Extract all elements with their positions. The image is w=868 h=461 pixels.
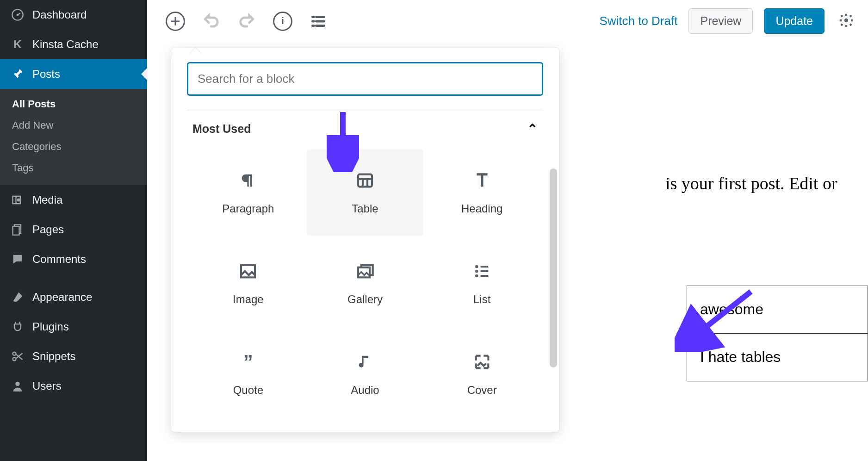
block-item-cover[interactable]: Cover: [423, 331, 540, 417]
k-icon: K: [11, 38, 24, 51]
sidebar-item-label: Plugins: [32, 320, 69, 333]
sidebar-item-label: Kinsta Cache: [32, 38, 99, 51]
table-cell[interactable]: awesome: [687, 286, 868, 334]
paragraph-icon: [237, 170, 259, 191]
user-icon: [11, 380, 24, 392]
sidebar-item-label: Comments: [32, 253, 86, 266]
block-inserter-popover: Most Used ⌃ Paragraph Table: [171, 48, 559, 432]
sidebar-subitem-all-posts[interactable]: All Posts: [0, 93, 147, 115]
block-item-label: Heading: [461, 202, 502, 215]
block-item-label: List: [473, 293, 490, 306]
svg-point-13: [475, 265, 478, 268]
svg-point-3: [17, 199, 20, 202]
editor-content: i Switch to Draft Preview Update is your…: [147, 0, 868, 461]
pages-icon: [11, 223, 24, 236]
sidebar-item-plugins[interactable]: Plugins: [0, 312, 147, 342]
block-search-wrap: [187, 62, 543, 96]
scissors-icon: [11, 350, 24, 363]
admin-sidebar: Dashboard K Kinsta Cache Posts All Posts…: [0, 0, 147, 461]
sidebar-item-label: Media: [32, 193, 62, 206]
svg-point-1: [17, 14, 19, 16]
sidebar-item-kinsta-cache[interactable]: K Kinsta Cache: [0, 30, 147, 59]
update-button[interactable]: Update: [764, 8, 825, 34]
undo-button[interactable]: [201, 11, 221, 31]
post-text-fragment: is your first post. Edit or: [665, 172, 868, 195]
dashboard-icon: [11, 8, 24, 21]
block-item-list[interactable]: List: [423, 240, 540, 326]
sidebar-item-label: Pages: [32, 223, 64, 236]
block-item-gallery[interactable]: Gallery: [307, 240, 424, 326]
svg-point-9: [844, 18, 849, 22]
sidebar-item-comments[interactable]: Comments: [0, 244, 147, 274]
block-grid: Paragraph Table Heading: [187, 150, 543, 428]
add-block-button[interactable]: [166, 12, 185, 31]
sidebar-item-label: Appearance: [32, 291, 92, 304]
block-item-audio[interactable]: Audio: [307, 331, 424, 417]
sidebar-item-posts[interactable]: Posts: [0, 59, 147, 89]
pin-icon: [11, 68, 24, 81]
block-item-image[interactable]: Image: [190, 240, 307, 326]
sidebar-item-label: Dashboard: [32, 8, 87, 21]
post-table[interactable]: awesome I hate tables: [687, 286, 868, 381]
preview-button[interactable]: Preview: [688, 8, 753, 34]
sidebar-item-dashboard[interactable]: Dashboard: [0, 0, 147, 30]
sidebar-item-appearance[interactable]: Appearance: [0, 282, 147, 312]
block-item-label: Image: [233, 293, 264, 306]
table-row: I hate tables: [687, 333, 868, 381]
quote-icon: ”: [237, 351, 259, 373]
chevron-up-icon: ⌃: [527, 121, 538, 137]
list-icon: [471, 261, 493, 282]
sidebar-subitem-add-new[interactable]: Add New: [0, 115, 147, 136]
table-row: awesome: [687, 286, 868, 334]
sidebar-subitem-tags[interactable]: Tags: [0, 157, 147, 179]
svg-rect-5: [13, 226, 19, 235]
svg-point-7: [13, 357, 16, 361]
comment-icon: [11, 253, 24, 266]
sidebar-subitem-categories[interactable]: Categories: [0, 136, 147, 157]
svg-rect-10: [358, 174, 372, 187]
sidebar-item-media[interactable]: Media: [0, 185, 147, 215]
block-item-label: Quote: [233, 384, 263, 397]
block-item-label: Table: [352, 202, 378, 215]
block-item-quote[interactable]: ” Quote: [190, 331, 307, 417]
sidebar-item-snippets[interactable]: Snippets: [0, 342, 147, 371]
table-icon: [354, 170, 376, 191]
redo-button[interactable]: [237, 11, 257, 31]
block-item-label: Gallery: [347, 293, 383, 306]
plug-icon: [11, 320, 24, 333]
sidebar-item-label: Posts: [32, 68, 60, 81]
cover-icon: [471, 351, 493, 373]
editor-toolbar: i Switch to Draft Preview Update: [147, 0, 868, 43]
heading-icon: [471, 170, 493, 191]
outline-button[interactable]: [308, 11, 329, 31]
brush-icon: [11, 291, 24, 304]
block-section-header[interactable]: Most Used ⌃: [187, 110, 543, 141]
content-info-button[interactable]: i: [273, 12, 292, 31]
block-item-paragraph[interactable]: Paragraph: [190, 150, 307, 236]
settings-gear-icon[interactable]: [838, 12, 854, 30]
svg-point-8: [15, 382, 19, 386]
svg-point-15: [475, 274, 478, 278]
svg-point-14: [475, 270, 478, 273]
gallery-icon: [354, 261, 376, 282]
switch-to-draft-button[interactable]: Switch to Draft: [599, 14, 677, 28]
popover-scrollbar[interactable]: [550, 168, 557, 368]
sidebar-item-pages[interactable]: Pages: [0, 215, 147, 244]
table-cell[interactable]: I hate tables: [687, 333, 868, 381]
sidebar-submenu-posts: All Posts Add New Categories Tags: [0, 89, 147, 185]
image-icon: [237, 261, 259, 282]
media-icon: [11, 193, 24, 206]
block-item-table[interactable]: Table: [307, 150, 424, 236]
block-item-label: Cover: [467, 384, 497, 397]
sidebar-item-users[interactable]: Users: [0, 371, 147, 401]
block-item-heading[interactable]: Heading: [423, 150, 540, 236]
sidebar-item-label: Snippets: [32, 350, 75, 363]
block-item-label: Paragraph: [222, 202, 274, 215]
sidebar-item-label: Users: [32, 380, 62, 392]
svg-point-6: [13, 352, 16, 355]
block-search-input[interactable]: [198, 72, 533, 86]
audio-icon: [354, 351, 376, 373]
section-title: Most Used: [192, 122, 251, 136]
block-item-label: Audio: [351, 384, 379, 397]
